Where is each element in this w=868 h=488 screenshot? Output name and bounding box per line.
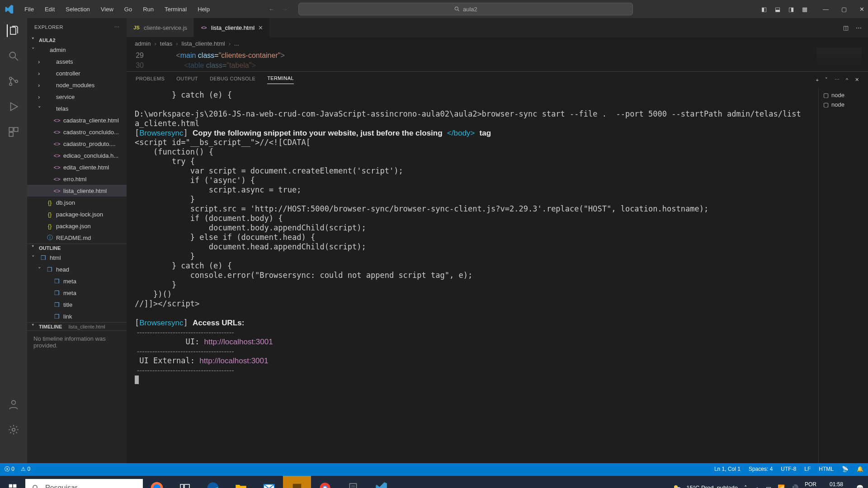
- task-view-icon[interactable]: [171, 476, 199, 488]
- outline-item[interactable]: ❒link: [27, 310, 127, 322]
- minimize-icon[interactable]: —: [823, 6, 829, 13]
- outline-header[interactable]: ˅OUTLINE: [27, 244, 127, 252]
- command-center-search[interactable]: aula2: [298, 3, 633, 15]
- terminal-instance[interactable]: ▢ node: [821, 100, 865, 109]
- panel-more-icon[interactable]: ⋯: [835, 77, 840, 83]
- tray-wifi-icon[interactable]: 📶: [778, 484, 785, 488]
- task-edge-icon[interactable]: [199, 476, 227, 488]
- new-terminal-icon[interactable]: +: [816, 77, 819, 83]
- panel-tab-debug-console[interactable]: DEBUG CONSOLE: [210, 76, 255, 84]
- split-editor-icon[interactable]: ◫: [843, 24, 849, 31]
- breadcrumb-item[interactable]: lista_cliente.html: [182, 40, 225, 47]
- code-editor[interactable]: 2930 <main class="clientes-container"> <…: [127, 50, 868, 71]
- tree-item[interactable]: ›node_modules: [27, 79, 127, 91]
- status-warnings[interactable]: ⚠ 0: [21, 466, 30, 472]
- menu-selection[interactable]: Selection: [61, 4, 94, 14]
- explorer-more-icon[interactable]: ⋯: [114, 24, 120, 30]
- tree-item[interactable]: <>lista_cliente.html: [27, 185, 127, 197]
- editor-tab[interactable]: JScliente-service.js: [127, 18, 194, 37]
- tray-volume-icon[interactable]: 🔊: [791, 484, 798, 488]
- menu-file[interactable]: File: [20, 4, 38, 14]
- terminal-split-chevron-icon[interactable]: ˅: [825, 77, 828, 83]
- task-calc-icon[interactable]: [339, 476, 367, 488]
- debug-icon[interactable]: [7, 100, 20, 113]
- outline-item[interactable]: ❒meta: [27, 287, 127, 299]
- search-activity-icon[interactable]: [7, 50, 20, 62]
- tree-item[interactable]: <>cadastro_produto....: [27, 138, 127, 150]
- status-cursor-pos[interactable]: Ln 1, Col 1: [714, 466, 741, 472]
- tree-item[interactable]: <>erro.html: [27, 173, 127, 185]
- tree-item[interactable]: ˅telas: [27, 103, 127, 114]
- task-explorer-icon[interactable]: [227, 476, 255, 488]
- scm-icon[interactable]: [7, 75, 20, 88]
- menu-edit[interactable]: Edit: [40, 4, 59, 14]
- layout-grid-icon[interactable]: ▦: [802, 6, 807, 13]
- taskbar-search[interactable]: Pesquisar: [25, 479, 143, 488]
- tray-onedrive-icon[interactable]: ☁: [754, 484, 760, 488]
- start-button[interactable]: [0, 476, 25, 488]
- nav-forward-icon[interactable]: →: [282, 6, 288, 13]
- menu-help[interactable]: Help: [193, 4, 214, 14]
- menu-run[interactable]: Run: [138, 4, 158, 14]
- tree-item[interactable]: ˅admin: [27, 44, 127, 56]
- nav-back-icon[interactable]: ←: [269, 6, 274, 13]
- tree-item[interactable]: <>edita_cliente.html: [27, 161, 127, 173]
- tray-lang[interactable]: PORPTB: [805, 481, 816, 488]
- status-errors[interactable]: ⓧ 0: [5, 465, 14, 473]
- outline-item[interactable]: ❒meta: [27, 275, 127, 287]
- panel-tab-terminal[interactable]: TERMINAL: [267, 75, 294, 84]
- status-language[interactable]: HTML: [819, 466, 834, 472]
- tree-item[interactable]: {}package-lock.json: [27, 208, 127, 220]
- tray-clock[interactable]: 01:5830/06/2023: [823, 481, 850, 488]
- task-vscode-icon[interactable]: [367, 476, 395, 488]
- extensions-icon[interactable]: [7, 126, 20, 138]
- explorer-icon[interactable]: [7, 24, 19, 37]
- outline-item[interactable]: ❒title: [27, 299, 127, 310]
- tray-meet-icon[interactable]: ▭: [766, 484, 771, 488]
- tree-item[interactable]: {}db.json: [27, 197, 127, 208]
- task-mail-icon[interactable]: [255, 476, 283, 488]
- status-spaces[interactable]: Spaces: 4: [749, 466, 773, 472]
- panel-tab-problems[interactable]: PROBLEMS: [136, 76, 165, 84]
- tree-item[interactable]: ›controller: [27, 67, 127, 79]
- menu-go[interactable]: Go: [120, 4, 137, 14]
- menu-view[interactable]: View: [96, 4, 118, 14]
- panel-close-icon[interactable]: ✕: [855, 77, 859, 83]
- breadcrumb-item[interactable]: telas: [160, 40, 172, 47]
- tree-item[interactable]: ›assets: [27, 56, 127, 67]
- editor-tab[interactable]: <>lista_cliente.html✕: [194, 18, 270, 37]
- layout-right-icon[interactable]: ◨: [788, 6, 794, 13]
- status-encoding[interactable]: UTF-8: [781, 466, 796, 472]
- tray-chevron-icon[interactable]: ˄: [744, 484, 747, 488]
- menu-terminal[interactable]: Terminal: [160, 4, 191, 14]
- status-bell-icon[interactable]: 🔔: [857, 466, 863, 472]
- timeline-header[interactable]: ˅TIMELINE lista_cliente.html: [27, 323, 127, 330]
- breadcrumb-item[interactable]: ...: [234, 40, 239, 47]
- task-firefox-icon[interactable]: [143, 476, 171, 488]
- status-eol[interactable]: LF: [804, 466, 811, 472]
- terminal-output[interactable]: } catch (e) { D:\workspace-js\2016-JS-na…: [127, 88, 818, 463]
- tree-item[interactable]: <>cadastro_concluido...: [27, 126, 127, 138]
- panel-maximize-icon[interactable]: ^: [846, 77, 849, 83]
- tray-notifications-icon[interactable]: 💬: [856, 484, 863, 488]
- task-chrome-icon[interactable]: [311, 476, 339, 488]
- breadcrumb[interactable]: admin›telas›lista_cliente.html›...: [127, 37, 868, 50]
- breadcrumb-item[interactable]: admin: [135, 40, 151, 47]
- tab-close-icon[interactable]: ✕: [258, 24, 263, 31]
- editor-more-icon[interactable]: ⋯: [856, 24, 862, 31]
- task-app-icon[interactable]: [283, 476, 311, 488]
- tree-item[interactable]: <>cadastra_cliente.html: [27, 114, 127, 126]
- weather-widget[interactable]: 15°C Pred. nublado: [672, 483, 738, 488]
- close-icon[interactable]: ✕: [859, 6, 864, 13]
- tree-item[interactable]: {}package.json: [27, 220, 127, 232]
- tree-item[interactable]: ⓘREADME.md: [27, 232, 127, 244]
- maximize-icon[interactable]: ▢: [841, 6, 847, 13]
- account-icon[interactable]: [7, 398, 20, 411]
- layout-bottom-icon[interactable]: ⬓: [775, 6, 780, 13]
- status-feedback-icon[interactable]: 📡: [842, 466, 849, 472]
- outline-item[interactable]: ˅❒head: [27, 263, 127, 275]
- terminal-instance[interactable]: ▢ node: [821, 90, 865, 100]
- project-root[interactable]: ˅AULA2: [27, 36, 127, 44]
- layout-left-icon[interactable]: ◧: [761, 6, 767, 13]
- settings-gear-icon[interactable]: [7, 423, 20, 436]
